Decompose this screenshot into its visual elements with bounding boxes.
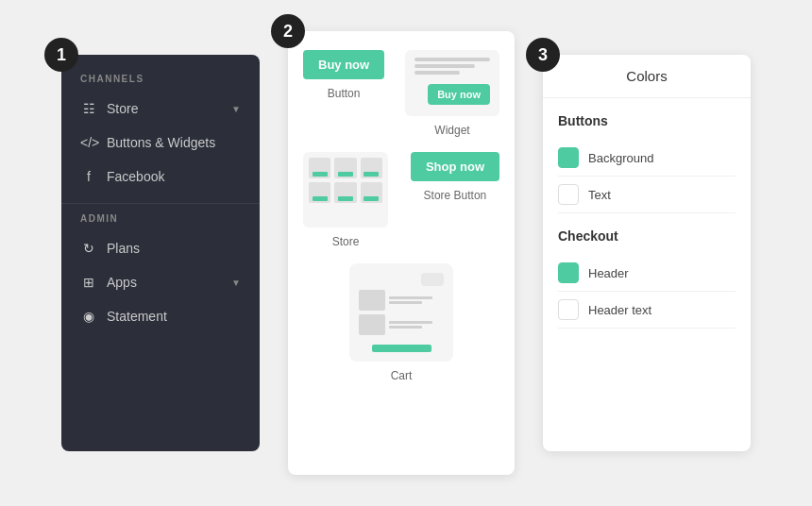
colors-panel: Colors Buttons Background Text Checkout … xyxy=(543,55,751,451)
store-cell-1 xyxy=(309,158,330,178)
cart-preview-item: Cart xyxy=(349,263,453,382)
widget-lines xyxy=(414,58,490,75)
sidebar: CHANNELS ☷ Store ▼ </> Buttons & Widgets… xyxy=(61,55,260,451)
refresh-icon: ↻ xyxy=(80,241,97,256)
store-preview-item: Store xyxy=(303,152,388,248)
background-label: Background xyxy=(588,151,653,165)
cart-header-bar xyxy=(421,273,444,286)
cart-line-1a xyxy=(389,296,432,299)
apps-arrow-icon: ▼ xyxy=(231,278,241,288)
statement-icon: ◉ xyxy=(80,309,97,324)
apps-icon: ⊞ xyxy=(80,275,97,290)
cart-line-2b xyxy=(389,326,422,329)
panel-3: 3 Colors Buttons Background Text Checkou… xyxy=(543,55,751,451)
panel-1-badge: 1 xyxy=(44,38,78,72)
header-text-swatch[interactable] xyxy=(558,299,579,320)
store-row: Store Shop now Store Button xyxy=(303,152,499,248)
sidebar-item-facebook[interactable]: f Facebook xyxy=(61,160,260,194)
shop-now-button[interactable]: Shop now xyxy=(411,152,499,181)
store-cell-btn-4 xyxy=(313,196,328,201)
code-icon: </> xyxy=(80,135,97,150)
admin-label: ADMIN xyxy=(61,213,260,231)
header-text-color-row[interactable]: Header text xyxy=(558,292,736,329)
store-cell-5 xyxy=(334,182,356,203)
sidebar-item-apps[interactable]: ⊞ Apps ▼ xyxy=(61,265,260,299)
cart-content xyxy=(359,290,444,335)
preview-panel: Buy now Button Buy now Widget xyxy=(288,31,515,475)
cart-label: Cart xyxy=(391,369,413,382)
colors-title: Colors xyxy=(543,55,751,98)
cart-line-2a xyxy=(389,321,432,324)
store-grid xyxy=(309,158,382,203)
sidebar-item-buttons-widgets[interactable]: </> Buttons & Widgets xyxy=(61,126,260,160)
store-button-preview-item: Shop now Store Button xyxy=(411,152,499,248)
header-text-label: Header text xyxy=(588,303,651,317)
widget-line-1 xyxy=(414,58,490,61)
background-swatch[interactable] xyxy=(558,147,579,168)
sidebar-item-apps-label: Apps xyxy=(107,275,137,290)
store-cell-btn-3 xyxy=(364,172,379,177)
channels-label: CHANNELS xyxy=(61,74,260,92)
sidebar-item-statement[interactable]: ◉ Statement xyxy=(61,299,260,333)
cart-text-2 xyxy=(389,321,444,329)
colors-body: Buttons Background Text Checkout Header xyxy=(543,98,751,359)
header-color-row[interactable]: Header xyxy=(558,255,736,292)
facebook-icon: f xyxy=(80,169,97,184)
buttons-section: Buttons Background Text xyxy=(558,113,736,213)
cart-item-image-2 xyxy=(359,314,385,335)
panel-2-badge: 2 xyxy=(271,14,305,48)
background-color-row[interactable]: Background xyxy=(558,140,736,177)
store-label: Store xyxy=(332,235,360,248)
store-cell-6 xyxy=(361,182,382,203)
cart-checkout-button xyxy=(372,345,431,352)
header-swatch[interactable] xyxy=(558,262,579,283)
text-color-row[interactable]: Text xyxy=(558,177,736,213)
store-arrow-icon: ▼ xyxy=(231,104,241,114)
sidebar-item-buttons-label: Buttons & Widgets xyxy=(107,135,215,150)
store-cell-btn-5 xyxy=(338,196,353,201)
store-cell-btn-2 xyxy=(338,172,353,177)
text-label: Text xyxy=(588,188,611,202)
sidebar-item-facebook-label: Facebook xyxy=(107,169,164,184)
cart-mockup xyxy=(349,263,453,362)
button-label: Button xyxy=(328,87,361,100)
widget-buy-now-button[interactable]: Buy now xyxy=(428,84,490,105)
store-button-label: Store Button xyxy=(424,189,487,202)
cart-item-row-2 xyxy=(359,314,444,335)
store-cell-3 xyxy=(361,158,382,178)
cart-line-1b xyxy=(389,301,422,304)
checkout-section-title: Checkout xyxy=(558,228,736,244)
widget-line-3 xyxy=(414,71,460,75)
checkout-section: Checkout Header Header text xyxy=(558,228,736,329)
sidebar-item-statement-label: Statement xyxy=(107,309,167,324)
widget-preview-item: Buy now Widget xyxy=(405,50,499,137)
cart-item-row-1 xyxy=(359,290,444,311)
store-icon: ☷ xyxy=(80,101,97,116)
sidebar-divider xyxy=(61,203,260,204)
button-preview-item: Buy now Button xyxy=(303,50,384,137)
store-cell-4 xyxy=(309,182,330,203)
buttons-section-title: Buttons xyxy=(558,113,736,128)
widget-mockup: Buy now xyxy=(405,50,499,116)
store-mockup xyxy=(303,152,388,228)
sidebar-item-store-label: Store xyxy=(107,101,138,116)
button-widget-row: Buy now Button Buy now Widget xyxy=(303,50,499,137)
widget-line-2 xyxy=(414,64,475,68)
store-cell-btn-1 xyxy=(313,172,328,177)
cart-text-1 xyxy=(389,296,444,304)
cart-row: Cart xyxy=(303,263,499,382)
widget-label: Widget xyxy=(434,124,469,137)
sidebar-item-plans-label: Plans xyxy=(107,241,140,256)
panel-3-badge: 3 xyxy=(526,38,560,72)
panel-1: 1 CHANNELS ☷ Store ▼ </> Buttons & Widge… xyxy=(61,55,260,451)
header-label: Header xyxy=(588,266,629,280)
buy-now-button[interactable]: Buy now xyxy=(303,50,384,79)
sidebar-item-plans[interactable]: ↻ Plans xyxy=(61,231,260,265)
store-cell-btn-6 xyxy=(364,196,379,201)
store-cell-2 xyxy=(334,158,356,178)
cart-item-image-1 xyxy=(359,290,385,311)
sidebar-item-store[interactable]: ☷ Store ▼ xyxy=(61,92,260,126)
panel-2: 2 Buy now Button Buy now Widget xyxy=(288,31,515,475)
text-swatch[interactable] xyxy=(558,184,579,205)
